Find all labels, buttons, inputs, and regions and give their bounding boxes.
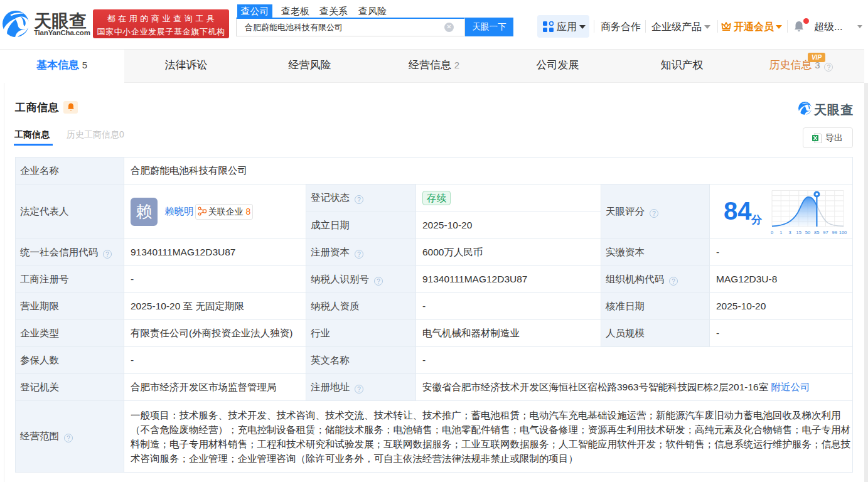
svg-text:0: 0 <box>771 230 773 235</box>
svg-text:97: 97 <box>823 230 828 235</box>
svg-text:3: 3 <box>788 230 791 235</box>
svg-text:99: 99 <box>832 230 837 235</box>
svg-text:100: 100 <box>839 230 847 235</box>
svg-text:85: 85 <box>814 230 819 235</box>
svg-text:1: 1 <box>780 230 782 235</box>
svg-text:15: 15 <box>796 230 801 235</box>
svg-text:50: 50 <box>805 230 810 235</box>
